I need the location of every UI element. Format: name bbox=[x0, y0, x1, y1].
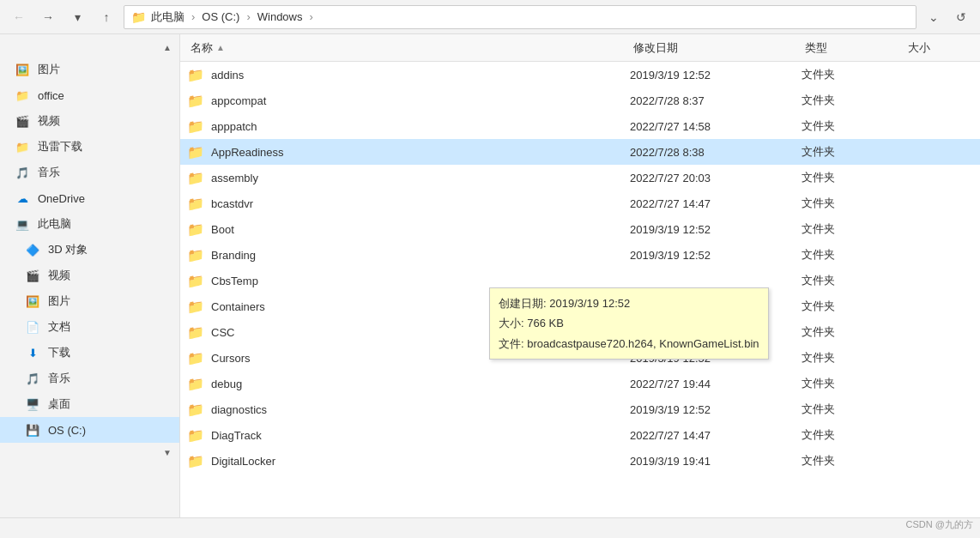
sidebar-icon-thunder-dl: 📁 bbox=[14, 141, 31, 154]
file-name-Containers: 📁Containers bbox=[187, 299, 630, 315]
table-row[interactable]: 📁assembly2022/7/27 20:03文件夹 bbox=[180, 165, 980, 190]
table-row[interactable]: 📁addins2019/3/19 12:52文件夹 bbox=[180, 62, 980, 88]
column-headers: 名称 ▲ 修改日期 类型 大小 bbox=[180, 34, 980, 62]
address-bar[interactable]: 📁 此电脑 › OS (C:) › Windows › bbox=[124, 5, 916, 29]
file-label-Branding: Branding bbox=[211, 249, 256, 262]
sidebar-label-music2: 音乐 bbox=[48, 371, 70, 386]
sidebar-label-downloads: 下载 bbox=[48, 345, 70, 360]
folder-icon: 📁 bbox=[187, 67, 204, 83]
col-header-type[interactable]: 类型 bbox=[802, 40, 904, 56]
sidebar-item-documents[interactable]: 📄文档 bbox=[0, 314, 179, 340]
col-header-date[interactable]: 修改日期 bbox=[630, 40, 802, 56]
folder-icon: 📁 bbox=[187, 247, 204, 263]
table-row[interactable]: 📁CbsTemp文件夹 bbox=[180, 268, 980, 293]
sidebar-icon-this-pc: 💻 bbox=[14, 218, 31, 231]
sidebar-item-videos2[interactable]: 🎬视频 bbox=[0, 263, 179, 288]
file-date-DiagTrack: 2022/7/27 14:47 bbox=[630, 429, 802, 442]
sidebar-label-thunder-dl: 迅雷下载 bbox=[38, 139, 82, 154]
sidebar-scroll-down[interactable]: ▼ bbox=[159, 444, 176, 460]
back-button[interactable]: ← bbox=[7, 5, 31, 29]
sidebar-item-videos[interactable]: 🎬视频 bbox=[0, 108, 179, 134]
table-row[interactable]: 📁DiagTrack2022/7/27 14:47文件夹 bbox=[180, 422, 980, 448]
table-row[interactable]: 📁Cursors2019/3/19 12:52文件夹 bbox=[180, 345, 980, 371]
folder-icon: 📁 bbox=[187, 273, 204, 289]
sidebar-item-music-sidebar[interactable]: 🎵音乐 bbox=[0, 160, 179, 185]
file-date-AppReadiness: 2022/7/28 8:38 bbox=[630, 146, 802, 159]
sidebar-item-pictures[interactable]: 🖼️图片📌 bbox=[0, 57, 179, 82]
sidebar-item-thunder-dl[interactable]: 📁迅雷下载 bbox=[0, 134, 179, 160]
sidebar-item-downloads[interactable]: ⬇下载 bbox=[0, 340, 179, 366]
sidebar-item-this-pc[interactable]: 💻此电脑 bbox=[0, 211, 179, 237]
sidebar-icon-pictures: 🖼️ bbox=[14, 63, 31, 76]
table-row[interactable]: 📁Branding2019/3/19 12:52文件夹 bbox=[180, 242, 980, 268]
file-date-bcastdvr: 2022/7/27 14:47 bbox=[630, 197, 802, 210]
status-bar bbox=[0, 517, 980, 538]
sidebar-label-pictures2: 图片 bbox=[48, 293, 70, 309]
file-date-Boot: 2019/3/19 12:52 bbox=[630, 223, 802, 236]
file-name-AppReadiness: 📁AppReadiness bbox=[187, 144, 630, 160]
up-button[interactable]: ↑ bbox=[94, 5, 118, 29]
file-label-debug: debug bbox=[211, 378, 242, 390]
table-row[interactable]: 📁AppReadiness2022/7/28 8:38文件夹 bbox=[180, 139, 980, 165]
file-label-bcastdvr: bcastdvr bbox=[211, 197, 253, 210]
address-dropdown-button[interactable]: ⌄ bbox=[922, 5, 946, 29]
file-list: 📁addins2019/3/19 12:52文件夹📁appcompat2022/… bbox=[180, 62, 980, 517]
sidebar: ▲ 🖼️图片📌📁office🎬视频📁迅雷下载🎵音乐☁OneDrive💻此电脑🔷3… bbox=[0, 34, 180, 517]
main-area: ▲ 🖼️图片📌📁office🎬视频📁迅雷下载🎵音乐☁OneDrive💻此电脑🔷3… bbox=[0, 34, 980, 517]
table-row[interactable]: 📁DigitalLocker2019/3/19 19:41文件夹 bbox=[180, 448, 980, 474]
sidebar-icon-downloads: ⬇ bbox=[24, 347, 41, 360]
sidebar-item-onedrive[interactable]: ☁OneDrive bbox=[0, 185, 179, 211]
table-row[interactable]: 📁debug2022/7/27 19:44文件夹 bbox=[180, 371, 980, 396]
sidebar-item-desktop[interactable]: 🖥️桌面 bbox=[0, 391, 179, 417]
sidebar-item-music2[interactable]: 🎵音乐 bbox=[0, 366, 179, 391]
col-header-name[interactable]: 名称 ▲ bbox=[187, 40, 630, 56]
sidebar-label-desktop: 桌面 bbox=[48, 396, 70, 412]
file-label-Cursors: Cursors bbox=[211, 352, 251, 365]
file-label-DigitalLocker: DigitalLocker bbox=[211, 455, 275, 468]
sidebar-item-office[interactable]: 📁office bbox=[0, 82, 179, 108]
file-type-apppatch: 文件夹 bbox=[802, 118, 904, 134]
sidebar-label-os-c: OS (C:) bbox=[48, 424, 86, 437]
refresh-button[interactable]: ↺ bbox=[949, 5, 973, 29]
file-date-DigitalLocker: 2019/3/19 19:41 bbox=[630, 455, 802, 468]
file-name-appcompat: 📁appcompat bbox=[187, 93, 630, 109]
file-name-diagnostics: 📁diagnostics bbox=[187, 402, 630, 418]
col-header-size[interactable]: 大小 bbox=[904, 40, 973, 56]
folder-icon: 📁 bbox=[187, 196, 204, 212]
file-date-addins: 2019/3/19 12:52 bbox=[630, 69, 802, 82]
sidebar-item-pictures2[interactable]: 🖼️图片 bbox=[0, 288, 179, 314]
sidebar-label-videos: 视频 bbox=[38, 113, 60, 129]
sidebar-item-os-c[interactable]: 💾OS (C:) bbox=[0, 417, 179, 443]
sidebar-icon-onedrive: ☁ bbox=[14, 192, 31, 205]
table-row[interactable]: 📁appcompat2022/7/28 8:37文件夹 bbox=[180, 88, 980, 113]
watermark: CSDN @九的方 bbox=[906, 518, 973, 531]
address-path-this-pc: 此电脑 bbox=[151, 9, 185, 25]
forward-button[interactable]: → bbox=[36, 5, 60, 29]
file-type-appcompat: 文件夹 bbox=[802, 93, 904, 108]
sidebar-label-pictures: 图片 bbox=[38, 62, 60, 77]
folder-icon: 📁 bbox=[187, 299, 204, 315]
file-label-AppReadiness: AppReadiness bbox=[211, 146, 284, 159]
file-label-CSC: CSC bbox=[211, 326, 234, 339]
address-sep-3: › bbox=[310, 10, 313, 23]
sidebar-icon-videos: 🎬 bbox=[14, 115, 31, 128]
sidebar-scroll-up[interactable]: ▲ bbox=[159, 39, 176, 55]
table-row[interactable]: 📁apppatch2022/7/27 14:58文件夹 bbox=[180, 113, 980, 139]
dropdown-button[interactable]: ▾ bbox=[65, 5, 89, 29]
table-row[interactable]: 📁Boot2019/3/19 12:52文件夹 bbox=[180, 216, 980, 242]
file-type-diagnostics: 文件夹 bbox=[802, 402, 904, 417]
sidebar-icon-documents: 📄 bbox=[24, 321, 41, 334]
table-row[interactable]: 📁bcastdvr2022/7/27 14:47文件夹 bbox=[180, 190, 980, 216]
file-name-addins: 📁addins bbox=[187, 67, 630, 83]
table-row[interactable]: 📁diagnostics2019/3/19 12:52文件夹 bbox=[180, 396, 980, 422]
sidebar-label-this-pc: 此电脑 bbox=[38, 216, 71, 232]
sidebar-icon-music2: 🎵 bbox=[24, 372, 41, 385]
file-label-diagnostics: diagnostics bbox=[211, 403, 267, 416]
file-type-Branding: 文件夹 bbox=[802, 247, 904, 263]
address-sep-2: › bbox=[246, 10, 250, 23]
table-row[interactable]: 📁CSC2022/7/27 14:52文件夹 bbox=[180, 319, 980, 345]
table-row[interactable]: 📁Containers2019/3/19 20:08文件夹 bbox=[180, 293, 980, 319]
folder-icon: 📁 bbox=[187, 453, 204, 469]
sidebar-item-3d-objects[interactable]: 🔷3D 对象 bbox=[0, 237, 179, 263]
file-label-CbsTemp: CbsTemp bbox=[211, 275, 258, 287]
